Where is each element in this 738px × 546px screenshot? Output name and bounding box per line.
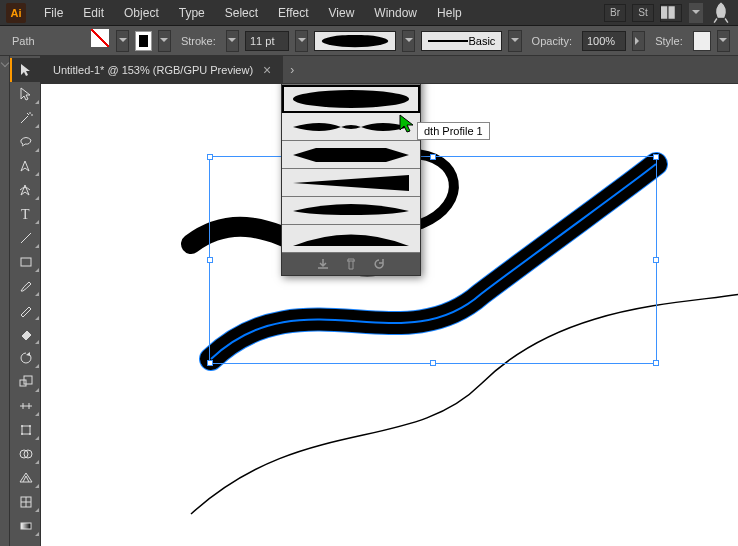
brush-dropdown-icon[interactable] (508, 30, 521, 52)
stroke-dropdown-icon[interactable] (158, 30, 171, 52)
svg-rect-7 (20, 380, 26, 386)
tool-selection[interactable] (10, 58, 41, 82)
document-tab[interactable]: Untitled-1* @ 153% (RGB/GPU Preview) × (41, 56, 283, 83)
tooltip: dth Profile 1 (417, 122, 490, 140)
tool-gradient[interactable] (10, 514, 41, 538)
handle-w[interactable] (207, 257, 213, 263)
menu-edit[interactable]: Edit (75, 3, 112, 23)
tool-scale[interactable] (10, 370, 41, 394)
stroke-weight-input[interactable] (245, 31, 289, 51)
variable-width-profile-button[interactable] (314, 31, 396, 51)
menu-view[interactable]: View (321, 3, 363, 23)
profile-3[interactable] (282, 141, 420, 169)
svg-point-11 (29, 425, 31, 427)
svg-rect-9 (22, 426, 30, 434)
menu-select[interactable]: Select (217, 3, 266, 23)
profile-footer (282, 253, 420, 275)
menu-window[interactable]: Window (366, 3, 425, 23)
menu-file[interactable]: File (36, 3, 71, 23)
svg-line-5 (21, 233, 31, 243)
profile-4[interactable] (282, 169, 420, 197)
handle-e[interactable] (653, 257, 659, 263)
tool-brush[interactable] (10, 274, 41, 298)
left-panel-rail[interactable] (0, 56, 10, 546)
handle-se[interactable] (653, 360, 659, 366)
menubar: Ai File Edit Object Type Select Effect V… (0, 0, 738, 26)
stock-icon[interactable]: St (632, 4, 654, 22)
tool-curvature[interactable] (10, 178, 41, 202)
svg-rect-6 (21, 258, 31, 266)
handle-n[interactable] (430, 154, 436, 160)
tool-width[interactable] (10, 394, 41, 418)
tool-free-transform[interactable] (10, 418, 41, 442)
tool-magic-wand[interactable] (10, 106, 41, 130)
brush-definition-button[interactable]: Basic (421, 31, 502, 51)
menu-effect[interactable]: Effect (270, 3, 316, 23)
menu-object[interactable]: Object (116, 3, 167, 23)
stroke-stepper-icon[interactable] (226, 30, 239, 52)
close-tab-icon[interactable]: × (263, 62, 271, 78)
profile-1[interactable] (282, 85, 420, 113)
tool-pencil[interactable] (10, 298, 41, 322)
tool-direct-selection[interactable] (10, 82, 41, 106)
tool-rotate[interactable] (10, 346, 41, 370)
handle-nw[interactable] (207, 154, 213, 160)
svg-point-12 (21, 433, 23, 435)
style-label: Style: (651, 35, 687, 47)
selection-bbox[interactable] (209, 156, 657, 364)
svg-point-19 (293, 90, 409, 108)
document-tabs: Untitled-1* @ 153% (RGB/GPU Preview) × › (41, 56, 738, 84)
tab-label: Untitled-1* @ 153% (RGB/GPU Preview) (53, 64, 253, 76)
handle-sw[interactable] (207, 360, 213, 366)
stroke-swatch[interactable] (135, 31, 151, 51)
gpu-rocket-icon[interactable] (710, 4, 732, 22)
bridge-icon[interactable]: Br (604, 4, 626, 22)
fill-dropdown-icon[interactable] (116, 30, 129, 52)
save-profile-icon[interactable] (316, 257, 330, 271)
tool-perspective[interactable] (10, 466, 41, 490)
delete-profile-icon[interactable] (344, 257, 358, 271)
menu-help[interactable]: Help (429, 3, 470, 23)
svg-rect-1 (669, 6, 675, 19)
brush-label: Basic (468, 35, 495, 47)
arrange-dropdown-icon[interactable] (688, 2, 704, 24)
toolbox: T (10, 56, 41, 546)
tool-shape-builder[interactable] (10, 442, 41, 466)
control-bar: Path Stroke: Basic Opacity: Style: (0, 26, 738, 56)
svg-text:T: T (21, 207, 30, 222)
profile-6[interactable] (282, 225, 420, 253)
opacity-label: Opacity: (528, 35, 576, 47)
profile-2[interactable] (282, 113, 420, 141)
context-label: Path (8, 35, 39, 47)
tool-eraser[interactable] (10, 322, 41, 346)
style-swatch[interactable] (693, 31, 711, 51)
tool-rectangle[interactable] (10, 250, 41, 274)
svg-point-10 (21, 425, 23, 427)
handle-s[interactable] (430, 360, 436, 366)
handle-ne[interactable] (653, 154, 659, 160)
profile-5[interactable] (282, 197, 420, 225)
menu-type[interactable]: Type (171, 3, 213, 23)
tool-pen[interactable] (10, 154, 41, 178)
fill-stroke-swatch[interactable] (91, 29, 110, 53)
tool-lasso[interactable] (10, 130, 41, 154)
expand-rail-icon[interactable] (0, 59, 8, 67)
reset-profile-icon[interactable] (372, 257, 386, 271)
canvas[interactable]: Uniform (41, 84, 738, 546)
svg-point-13 (29, 433, 31, 435)
svg-rect-17 (21, 523, 31, 529)
style-dropdown-icon[interactable] (717, 30, 730, 52)
tool-line[interactable] (10, 226, 41, 250)
profile-dropdown-icon[interactable] (402, 30, 415, 52)
tab-overflow-icon[interactable]: › (283, 56, 301, 83)
stroke-label: Stroke: (177, 35, 220, 47)
opacity-input[interactable] (582, 31, 626, 51)
tool-mesh[interactable] (10, 490, 41, 514)
tool-type[interactable]: T (10, 202, 41, 226)
opacity-flyout-icon[interactable] (632, 31, 645, 51)
svg-rect-0 (661, 6, 667, 19)
tooltip-text: dth Profile 1 (424, 125, 483, 137)
arrange-icon[interactable] (660, 4, 682, 22)
svg-point-2 (322, 34, 389, 46)
stroke-weight-dropdown-icon[interactable] (295, 30, 308, 52)
